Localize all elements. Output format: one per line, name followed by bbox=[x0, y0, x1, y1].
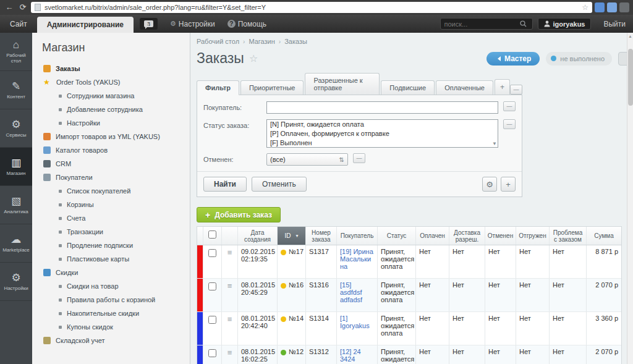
menu-item[interactable]: Скидки bbox=[32, 266, 190, 279]
cancelled-select[interactable]: (все) ⇅ bbox=[266, 153, 348, 166]
search-input[interactable] bbox=[444, 20, 517, 28]
rail-item[interactable]: ▥ Магазин bbox=[0, 148, 32, 186]
status-option[interactable]: [P] Оплачен, формируется к отправке bbox=[267, 129, 498, 138]
row-menu-icon[interactable]: ≡ bbox=[227, 315, 232, 324]
status-option[interactable]: [F] Выполнен bbox=[267, 138, 498, 148]
row-checkbox[interactable] bbox=[208, 349, 216, 357]
admin-tab[interactable]: Администрирование bbox=[37, 17, 134, 33]
breadcrumb-item[interactable]: Рабочий стол bbox=[197, 38, 239, 45]
column-header[interactable]: Отменен bbox=[485, 227, 516, 245]
column-header[interactable]: Сумма bbox=[587, 227, 621, 245]
column-header[interactable]: Номер заказа bbox=[306, 227, 337, 245]
remove-status-filter-button[interactable]: — bbox=[503, 119, 516, 129]
menu-item[interactable]: Список покупателей bbox=[32, 184, 190, 198]
notifications-button[interactable]: 3 bbox=[140, 18, 158, 30]
menu-item[interactable]: Настройки bbox=[32, 116, 190, 130]
logout-link[interactable]: Выйти bbox=[596, 15, 633, 33]
menu-item[interactable]: Транзакции bbox=[32, 225, 190, 239]
column-header[interactable]: Дата создания bbox=[238, 227, 278, 245]
help-menu[interactable]: ? Помощь bbox=[221, 15, 273, 33]
add-filter-tab-button[interactable]: + bbox=[495, 79, 510, 95]
master-button[interactable]: Мастер bbox=[486, 52, 540, 66]
breadcrumb-item[interactable]: › Магазин bbox=[243, 38, 275, 45]
filter-tab[interactable]: Оплаченные bbox=[436, 80, 493, 95]
row-checkbox[interactable] bbox=[208, 316, 216, 324]
listbox-scroll-down-icon[interactable]: ▼ bbox=[492, 141, 497, 146]
column-header[interactable]: ID ▾ bbox=[278, 227, 306, 245]
column-header[interactable]: Проблема с заказом bbox=[550, 227, 587, 245]
row-menu-icon[interactable]: ≡ bbox=[227, 348, 232, 357]
breadcrumb-item[interactable]: › Заказы bbox=[279, 38, 307, 45]
remove-cancelled-filter-button[interactable]: — bbox=[353, 153, 365, 163]
menu-item[interactable]: Скидки на товар bbox=[32, 279, 190, 293]
buyer-link[interactable]: [19] Ирина Масалькина bbox=[340, 248, 373, 270]
site-tab[interactable]: Сайт bbox=[0, 15, 37, 33]
panel-collapse-button[interactable] bbox=[618, 52, 627, 66]
add-order-button[interactable]: + Добавить заказ bbox=[197, 207, 281, 222]
menu-item[interactable]: Правила работы с корзиной bbox=[32, 293, 190, 307]
extension-icon[interactable] bbox=[595, 2, 605, 12]
menu-item[interactable]: Сотрудники магазина bbox=[32, 89, 190, 103]
menu-item[interactable]: Заказы bbox=[32, 62, 190, 75]
user-menu[interactable]: igoryakus bbox=[538, 18, 592, 30]
row-checkbox[interactable] bbox=[208, 282, 216, 290]
column-header[interactable]: Статус bbox=[378, 227, 416, 245]
menu-item[interactable]: Пластиковые карты bbox=[32, 252, 190, 266]
menu-item[interactable]: Каталог товаров bbox=[32, 143, 190, 157]
find-button[interactable]: Найти bbox=[203, 177, 247, 192]
buyer-link[interactable]: [15] asdfdsf adfadsf bbox=[340, 281, 362, 303]
rail-item[interactable]: ☁ Marketplace bbox=[0, 224, 32, 263]
buyer-filter-input[interactable] bbox=[266, 101, 498, 114]
rail-item[interactable]: ⚙ Сервисы bbox=[0, 109, 32, 148]
menu-item[interactable]: Корзины bbox=[32, 198, 190, 211]
settings-menu[interactable]: ⚙ Настройки bbox=[164, 15, 221, 33]
filter-tab[interactable]: Разрешенные к отправке bbox=[305, 73, 380, 95]
menu-item[interactable]: Счета bbox=[32, 211, 190, 225]
rail-item[interactable]: ✎ Контент bbox=[0, 71, 32, 109]
menu-item[interactable]: ★ Order Tools (YAKUS) bbox=[32, 75, 190, 89]
buyer-link[interactable]: [12] 24 3424 bbox=[340, 348, 361, 363]
rail-item[interactable]: ⚙ Настройки bbox=[0, 263, 32, 301]
status-option[interactable]: [N] Принят, ожидается оплата bbox=[267, 120, 498, 129]
bookmark-star-icon[interactable]: ☆ bbox=[582, 3, 588, 12]
filter-tab[interactable]: Подвисшие bbox=[381, 80, 435, 95]
favorite-star-icon[interactable]: ☆ bbox=[249, 53, 258, 64]
menu-item[interactable]: Покупатели bbox=[32, 171, 190, 184]
row-checkbox[interactable] bbox=[208, 249, 216, 257]
menu-item[interactable]: Купоны скидок bbox=[32, 320, 190, 334]
rail-item[interactable]: ⌂ Рабочий стол bbox=[0, 33, 32, 71]
column-header[interactable]: Отгружен bbox=[516, 227, 550, 245]
menu-item[interactable]: Добавление сотрудника bbox=[32, 103, 190, 116]
column-header[interactable]: Доставка разреш. bbox=[449, 227, 485, 245]
refresh-button[interactable]: ⟳ bbox=[17, 2, 28, 13]
select-all-checkbox[interactable] bbox=[208, 231, 216, 239]
sort-arrow-icon[interactable]: ▾ bbox=[295, 232, 298, 239]
filter-tab[interactable]: Приоритетные bbox=[240, 80, 304, 95]
scrollbar[interactable]: ▲ bbox=[627, 33, 633, 364]
rail-item[interactable]: ▧ Аналитика bbox=[0, 186, 32, 224]
order-status-listbox[interactable]: ▼ [N] Принят, ожидается оплата[P] Оплаче… bbox=[266, 119, 498, 148]
extension-icon[interactable] bbox=[619, 2, 629, 12]
menu-item[interactable]: Накопительные скидки bbox=[32, 307, 190, 320]
row-menu-icon[interactable]: ≡ bbox=[227, 281, 232, 290]
column-header[interactable]: Покупатель bbox=[337, 227, 378, 245]
scroll-up-icon[interactable]: ▲ bbox=[628, 33, 632, 40]
menu-item[interactable]: CRM bbox=[32, 157, 190, 171]
column-header[interactable]: Оплачен bbox=[416, 227, 449, 245]
search-icon[interactable] bbox=[520, 20, 527, 27]
scrollbar-thumb[interactable] bbox=[628, 49, 633, 106]
buyer-link[interactable]: [1] Igoryakus bbox=[340, 315, 370, 329]
menu-item[interactable]: Импорт товаров из YML (YAKUS) bbox=[32, 130, 190, 143]
filter-tab[interactable]: Фильтр bbox=[197, 80, 239, 95]
menu-item[interactable]: Продление подписки bbox=[32, 239, 190, 252]
address-bar[interactable]: svetlomarket.ru/bitrix/admin/sale_order.… bbox=[31, 2, 592, 13]
cancel-button[interactable]: Отменить bbox=[252, 177, 307, 192]
remove-buyer-filter-button[interactable]: — bbox=[503, 101, 516, 111]
extension-icon[interactable] bbox=[607, 2, 617, 12]
filter-settings-gear-button[interactable]: ⚙ bbox=[482, 177, 497, 192]
menu-item[interactable]: Складской учет bbox=[32, 334, 190, 347]
back-button[interactable]: ← bbox=[4, 2, 15, 13]
filter-add-field-button[interactable]: + bbox=[501, 177, 516, 192]
row-menu-icon[interactable]: ≡ bbox=[227, 248, 232, 257]
collapse-filter-button[interactable]: — bbox=[510, 85, 522, 95]
